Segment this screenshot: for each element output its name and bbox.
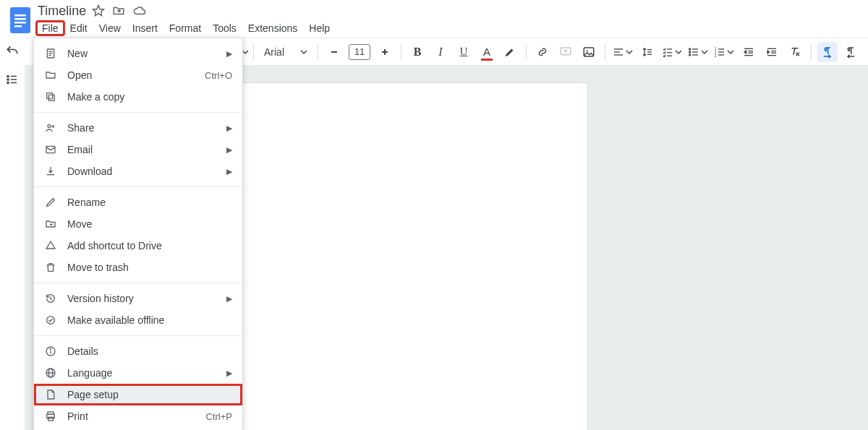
ltr-button[interactable] [817,42,838,62]
menu-offline[interactable]: Make available offline [34,309,242,331]
new-doc-icon [44,48,57,59]
svg-point-19 [587,50,588,51]
menu-move[interactable]: Move [34,213,242,235]
svg-point-31 [689,51,691,53]
italic-button[interactable]: I [430,42,451,62]
insert-image-button[interactable] [579,42,599,62]
menu-language[interactable]: Language ▶ [34,362,242,384]
svg-rect-55 [48,95,54,100]
submenu-icon: ▶ [226,145,232,155]
outline-icon[interactable] [6,73,19,86]
info-icon [44,345,57,357]
menu-label: Email [67,144,216,155]
email-icon [44,144,57,155]
print-icon [44,410,57,422]
insert-comment-button[interactable] [556,42,576,62]
document-title[interactable]: Timeline [38,4,86,19]
text-color-button[interactable]: A [477,42,497,62]
svg-point-64 [50,348,51,349]
submenu-icon: ▶ [226,167,232,176]
menu-label: Version history [67,293,216,304]
share-icon [44,122,57,134]
submenu-icon: ▶ [226,124,232,133]
menu-email[interactable]: Email ▶ [34,139,242,160]
menu-label: Language [67,367,216,379]
submenu-icon: ▶ [226,49,232,59]
menu-new[interactable]: New ▶ [34,43,242,64]
menu-tools[interactable]: Tools [207,21,242,35]
svg-point-61 [47,317,55,324]
star-icon[interactable] [92,4,105,17]
menu-details[interactable]: Details [34,340,242,362]
checklist-button[interactable] [660,42,684,62]
menu-label: Make available offline [67,314,232,326]
bold-button[interactable]: B [407,42,427,62]
menu-label: New [67,48,216,59]
underline-button[interactable]: U [454,42,474,62]
menu-label: Add shortcut to Drive [67,240,232,251]
bullet-list-button[interactable] [686,42,710,62]
submenu-icon: ▶ [226,294,232,304]
cloud-icon[interactable] [132,4,147,17]
menu-file[interactable]: File [36,21,64,35]
svg-rect-0 [10,7,30,33]
font-name-select[interactable]: Arial [260,42,312,62]
offline-icon [44,314,57,326]
menu-print[interactable]: Print Ctrl+P [34,405,242,427]
svg-point-6 [7,75,9,77]
svg-point-57 [48,124,51,127]
font-decrease-button[interactable] [324,42,344,62]
font-size-input[interactable]: 11 [349,44,370,60]
menu-label: Print [67,410,196,422]
svg-rect-2 [14,18,26,20]
menu-insert[interactable]: Insert [127,21,163,35]
svg-rect-4 [14,25,22,27]
numbered-list-button[interactable]: 123 [712,42,736,62]
menu-label: Download [67,165,216,177]
menu-format[interactable]: Format [163,21,207,35]
trash-icon [44,262,57,273]
menu-make-copy[interactable]: Make a copy [34,86,242,108]
menu-trash[interactable]: Move to trash [34,257,242,278]
menu-shortcut: Ctrl+P [206,411,232,422]
svg-point-8 [7,79,9,80]
clear-formatting-button[interactable] [785,42,805,62]
svg-marker-5 [93,6,104,16]
chevron-down-icon [300,48,307,56]
move-folder-icon[interactable] [112,4,125,17]
font-increase-button[interactable] [375,42,395,62]
menubar: File Edit View Insert Format Tools Exten… [36,19,336,38]
history-icon [44,293,57,304]
drive-shortcut-icon [44,240,57,251]
menu-add-shortcut[interactable]: Add shortcut to Drive [34,235,242,257]
menu-page-setup[interactable]: Page setup [34,384,242,405]
menu-view[interactable]: View [93,21,127,35]
move-icon [44,218,57,230]
undo-icon[interactable] [5,44,20,59]
svg-rect-1 [14,14,26,17]
menu-download[interactable]: Download ▶ [34,160,242,182]
indent-increase-button[interactable] [762,42,782,62]
rtl-button[interactable] [841,42,861,62]
docs-logo[interactable] [6,6,35,35]
align-button[interactable] [611,42,634,62]
font-name-label: Arial [264,46,284,58]
menu-rename[interactable]: Rename [34,192,242,213]
menu-version-history[interactable]: Version history ▶ [34,288,242,309]
menu-help[interactable]: Help [303,21,336,35]
menu-edit[interactable]: Edit [64,21,93,35]
highlight-color-button[interactable] [500,42,520,62]
insert-link-button[interactable] [532,42,553,62]
menu-open[interactable]: Open Ctrl+O [34,64,242,86]
menu-extensions[interactable]: Extensions [242,21,303,35]
indent-decrease-button[interactable] [739,42,759,62]
menu-label: Details [67,345,232,357]
svg-rect-3 [14,22,26,24]
svg-text:3: 3 [715,53,717,57]
globe-icon [44,367,57,379]
svg-point-29 [689,48,691,50]
line-spacing-button[interactable] [637,42,658,62]
menu-label: Share [67,122,216,134]
menu-label: Move [67,218,232,230]
menu-share[interactable]: Share ▶ [34,117,242,139]
